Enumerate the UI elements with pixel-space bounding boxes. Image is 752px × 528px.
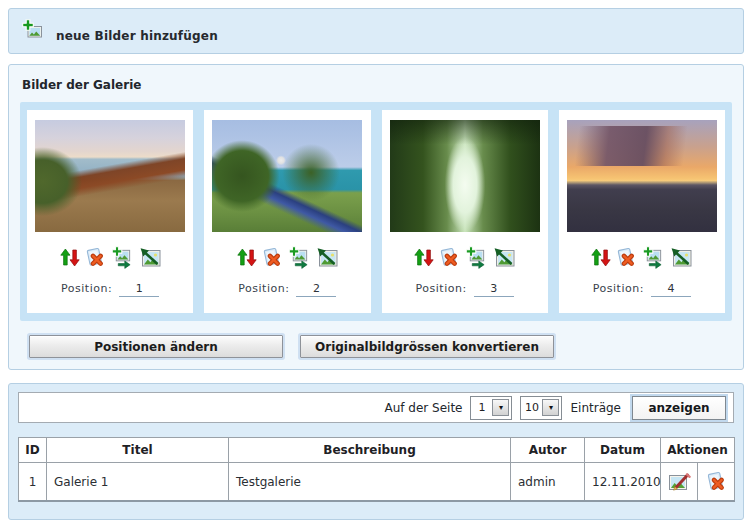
chevron-down-icon[interactable]: ▾ bbox=[542, 399, 559, 416]
edit-gallery-icon[interactable] bbox=[668, 472, 691, 492]
position-row: Position: bbox=[416, 282, 514, 297]
galleries-table: ID Titel Beschreibung Autor Datum Aktion… bbox=[18, 437, 735, 502]
delete-gallery-icon[interactable] bbox=[706, 471, 727, 492]
add-image-icon bbox=[21, 19, 43, 39]
add-images-label: neue Bilder hinzufügen bbox=[56, 29, 218, 43]
position-input[interactable] bbox=[296, 282, 336, 297]
position-input[interactable] bbox=[651, 282, 691, 297]
entries-panel: Auf der Seite 1 ▾ 10 ▾ Einträge anzeigen… bbox=[8, 383, 744, 520]
position-label: Position: bbox=[416, 282, 467, 295]
change-positions-button[interactable]: Positionen ändern bbox=[29, 335, 283, 358]
col-header-beschreibung: Beschreibung bbox=[229, 438, 511, 463]
page-label: Auf der Seite bbox=[384, 401, 462, 415]
col-header-titel: Titel bbox=[47, 438, 229, 463]
image-card: Position: bbox=[204, 110, 370, 313]
thumbnail-photo bbox=[35, 120, 185, 232]
gallery-panel-title: Bilder der Galerie bbox=[20, 75, 732, 102]
cell-author: admin bbox=[511, 463, 585, 502]
cell-edit-action bbox=[661, 463, 698, 502]
col-header-aktionen: Aktionen bbox=[661, 438, 735, 463]
show-button[interactable]: anzeigen bbox=[632, 396, 726, 420]
pager-bar: Auf der Seite 1 ▾ 10 ▾ Einträge anzeigen bbox=[18, 392, 734, 423]
delete-image-icon[interactable] bbox=[85, 247, 106, 268]
image-actions bbox=[237, 244, 338, 270]
cell-date: 12.11.2010 bbox=[585, 463, 661, 502]
move-up-down-icon[interactable] bbox=[60, 248, 80, 267]
thumbnail-photo bbox=[567, 120, 717, 232]
page-select[interactable]: 1 ▾ bbox=[470, 396, 512, 420]
delete-image-icon[interactable] bbox=[616, 247, 637, 268]
entries-label: Einträge bbox=[570, 401, 621, 415]
image-actions bbox=[60, 244, 161, 270]
image-actions bbox=[591, 244, 692, 270]
resize-image-icon[interactable] bbox=[138, 247, 161, 268]
image-card: Position: bbox=[559, 110, 725, 313]
col-header-autor: Autor bbox=[511, 438, 585, 463]
cell-description: Testgalerie bbox=[229, 463, 511, 502]
move-up-down-icon[interactable] bbox=[591, 248, 611, 267]
image-card: Position: bbox=[27, 110, 193, 313]
position-input[interactable] bbox=[474, 282, 514, 297]
table-header-row: ID Titel Beschreibung Autor Datum Aktion… bbox=[19, 438, 735, 463]
position-input[interactable] bbox=[119, 282, 159, 297]
chevron-down-icon[interactable]: ▾ bbox=[492, 399, 509, 416]
resize-image-icon[interactable] bbox=[492, 247, 515, 268]
table-row: 1 Galerie 1 Testgalerie admin 12.11.2010 bbox=[19, 463, 735, 502]
gallery-buttons-row: Positionen ändern Originalbildgrössen ko… bbox=[29, 335, 732, 358]
move-up-down-icon[interactable] bbox=[414, 248, 434, 267]
move-up-down-icon[interactable] bbox=[237, 248, 257, 267]
thumbnail-photo bbox=[390, 120, 540, 232]
per-page-select-value: 10 bbox=[523, 401, 540, 414]
position-label: Position: bbox=[238, 282, 289, 295]
position-row: Position: bbox=[238, 282, 336, 297]
cell-id: 1 bbox=[19, 463, 47, 502]
thumbnails-container: Position: Position: bbox=[20, 102, 732, 321]
position-label: Position: bbox=[593, 282, 644, 295]
convert-sizes-button[interactable]: Originalbildgrössen konvertieren bbox=[300, 335, 554, 358]
page-select-value: 1 bbox=[473, 401, 490, 414]
thumbnail-photo bbox=[212, 120, 362, 232]
position-row: Position: bbox=[593, 282, 691, 297]
gallery-panel: Bilder der Galerie Position: bbox=[8, 64, 744, 370]
image-actions bbox=[414, 244, 515, 270]
add-images-bar: neue Bilder hinzufügen bbox=[8, 8, 744, 54]
resize-image-icon[interactable] bbox=[315, 247, 338, 268]
cell-title: Galerie 1 bbox=[47, 463, 229, 502]
copy-image-icon[interactable] bbox=[465, 246, 487, 269]
image-card: Position: bbox=[382, 110, 548, 313]
col-header-datum: Datum bbox=[585, 438, 661, 463]
per-page-select[interactable]: 10 ▾ bbox=[520, 396, 562, 420]
delete-image-icon[interactable] bbox=[262, 247, 283, 268]
position-label: Position: bbox=[61, 282, 112, 295]
delete-image-icon[interactable] bbox=[439, 247, 460, 268]
copy-image-icon[interactable] bbox=[288, 246, 310, 269]
page: neue Bilder hinzufügen Bilder der Galeri… bbox=[0, 0, 752, 528]
copy-image-icon[interactable] bbox=[111, 246, 133, 269]
resize-image-icon[interactable] bbox=[669, 247, 692, 268]
col-header-id: ID bbox=[19, 438, 47, 463]
copy-image-icon[interactable] bbox=[642, 246, 664, 269]
position-row: Position: bbox=[61, 282, 159, 297]
cell-delete-action bbox=[698, 463, 735, 502]
add-images-link[interactable]: neue Bilder hinzufügen bbox=[21, 19, 218, 43]
